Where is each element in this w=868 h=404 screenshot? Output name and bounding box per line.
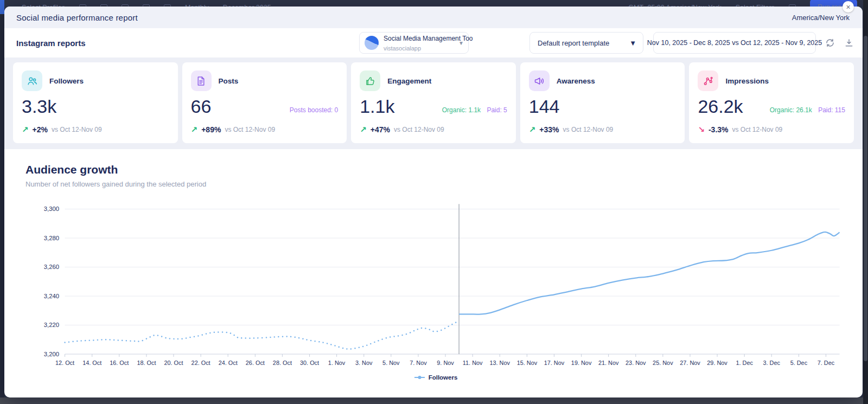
stat-card-label: Impressions xyxy=(725,77,769,85)
svg-text:5. Dec: 5. Dec xyxy=(790,359,808,365)
organic-label: Organic: 26.1k xyxy=(770,106,812,114)
svg-text:3,260: 3,260 xyxy=(44,264,59,270)
report-toolbar: Instagram reports Social Media Managemen… xyxy=(4,28,863,57)
trend-arrow-icon: ↗ xyxy=(360,125,367,134)
svg-text:17. Nov: 17. Nov xyxy=(544,359,565,365)
svg-text:3,280: 3,280 xyxy=(44,234,59,241)
svg-text:5. Nov: 5. Nov xyxy=(382,359,400,365)
svg-text:23. Nov: 23. Nov xyxy=(626,359,646,365)
svg-text:26. Oct: 26. Oct xyxy=(246,359,265,365)
stat-card-extras: Organic: 26.1k Paid: 115 xyxy=(770,106,845,117)
trend-arrow-icon: ↗ xyxy=(529,125,536,134)
section-title: Instagram reports xyxy=(16,39,86,48)
chevron-down-icon: ▼ xyxy=(458,40,464,46)
svg-text:7. Nov: 7. Nov xyxy=(410,359,427,365)
svg-text:18. Oct: 18. Oct xyxy=(137,359,156,365)
trend-arrow-icon: ↗ xyxy=(191,125,198,134)
stat-card-followers: Followers 3.3k ↗ +2% vs Oct 12-Nov 09 xyxy=(13,62,178,143)
trend-percent: -3.3% xyxy=(709,125,729,134)
svg-text:1. Nov: 1. Nov xyxy=(328,359,346,365)
stat-card-value: 26.2k xyxy=(698,97,743,117)
trend-percent: +33% xyxy=(539,125,559,134)
svg-text:7. Dec: 7. Dec xyxy=(818,359,835,365)
close-icon[interactable]: × xyxy=(843,1,854,12)
svg-text:3,240: 3,240 xyxy=(44,292,59,299)
legend-line-marker-icon xyxy=(414,375,425,380)
stat-card-label: Followers xyxy=(49,77,84,85)
report-modal: Social media performance report America/… xyxy=(4,7,863,397)
stat-card-posts: Posts 66 Posts boosted: 0 ↗ +89% vs Oct … xyxy=(182,62,347,143)
trend-versus: vs Oct 12-Nov 09 xyxy=(225,126,275,133)
trend-versus: vs Oct 12-Nov 09 xyxy=(732,126,783,133)
trend-versus: vs Oct 12-Nov 09 xyxy=(394,126,444,133)
stat-card-value: 66 xyxy=(191,97,212,117)
chart-legend[interactable]: Followers xyxy=(25,374,846,381)
background-left-edge xyxy=(0,0,4,404)
svg-text:3. Nov: 3. Nov xyxy=(355,359,373,365)
chart-subtitle: Number of net followers gained during th… xyxy=(25,180,846,188)
trend-percent: +2% xyxy=(33,125,48,134)
stat-card-value: 1.1k xyxy=(360,97,394,117)
stat-cards-row: Followers 3.3k ↗ +2% vs Oct 12-Nov 09 Po… xyxy=(4,57,863,149)
profile-selector[interactable]: Social Media Management Too vistasociala… xyxy=(359,32,469,54)
audience-growth-section: Audience growth Number of net followers … xyxy=(4,149,863,381)
svg-text:25. Nov: 25. Nov xyxy=(653,359,673,365)
organic-label: Organic: 1.1k xyxy=(442,106,481,114)
svg-text:3,200: 3,200 xyxy=(44,350,59,357)
paid-label: Paid: 115 xyxy=(818,106,845,114)
stat-card-label: Awareness xyxy=(557,77,595,85)
svg-text:27. Nov: 27. Nov xyxy=(680,359,700,365)
svg-text:3,220: 3,220 xyxy=(44,322,59,328)
refresh-icon[interactable] xyxy=(825,38,835,48)
svg-text:15. Nov: 15. Nov xyxy=(517,359,538,365)
profile-avatar xyxy=(365,36,379,50)
stat-card-label: Posts xyxy=(219,77,239,85)
svg-text:9. Nov: 9. Nov xyxy=(437,359,454,365)
svg-text:14. Oct: 14. Oct xyxy=(82,359,101,365)
date-range-picker[interactable]: Nov 10, 2025 - Dec 8, 2025 vs Oct 12, 20… xyxy=(653,32,816,54)
svg-text:29. Nov: 29. Nov xyxy=(707,359,727,365)
page-scrollbar-thumb[interactable] xyxy=(864,36,867,361)
svg-text:28. Oct: 28. Oct xyxy=(273,359,292,365)
svg-text:19. Nov: 19. Nov xyxy=(571,359,592,365)
audience-growth-chart: 3,3003,2803,2603,2403,2203,20012. Oct14.… xyxy=(25,200,846,370)
profile-handle: vistasocialapp xyxy=(384,45,421,52)
trend-arrow-icon: ↘ xyxy=(698,125,705,134)
svg-text:16. Oct: 16. Oct xyxy=(110,359,129,365)
followers-icon xyxy=(22,70,42,91)
trend-versus: vs Oct 12-Nov 09 xyxy=(563,126,614,133)
trend-percent: +89% xyxy=(201,125,221,134)
svg-text:12. Oct: 12. Oct xyxy=(55,359,74,365)
stat-card-awareness: Awareness 144 ↗ +33% vs Oct 12-Nov 09 xyxy=(520,62,685,143)
svg-text:1. Dec: 1. Dec xyxy=(736,359,753,365)
report-template-select[interactable]: Default report template ▼ xyxy=(529,32,643,54)
page-scrollbar[interactable] xyxy=(863,0,868,404)
timezone-label: America/New York xyxy=(792,14,850,22)
report-template-value: Default report template xyxy=(538,39,609,47)
download-icon[interactable] xyxy=(844,38,854,48)
svg-text:30. Oct: 30. Oct xyxy=(300,359,319,365)
svg-text:20. Oct: 20. Oct xyxy=(164,359,183,365)
chevron-down-icon: ▼ xyxy=(629,39,636,47)
svg-text:22. Oct: 22. Oct xyxy=(192,359,210,365)
posts-boosted-label: Posts boosted: 0 xyxy=(290,106,338,114)
awareness-icon xyxy=(529,70,550,91)
stat-card-value: 144 xyxy=(529,97,560,117)
engagement-icon xyxy=(360,70,380,91)
svg-text:13. Nov: 13. Nov xyxy=(489,359,510,365)
paid-label: Paid: 5 xyxy=(487,106,507,114)
impressions-icon xyxy=(698,70,718,91)
svg-text:24. Oct: 24. Oct xyxy=(219,359,238,365)
stat-card-value: 3.3k xyxy=(22,97,56,117)
svg-text:21. Nov: 21. Nov xyxy=(598,359,619,365)
chart-title: Audience growth xyxy=(25,163,846,176)
stat-card-impressions: Impressions 26.2k Organic: 26.1k Paid: 1… xyxy=(689,62,854,143)
stat-card-label: Engagement xyxy=(387,77,431,85)
date-range-value: Nov 10, 2025 - Dec 8, 2025 vs Oct 12, 20… xyxy=(647,39,822,47)
posts-icon xyxy=(191,70,212,91)
page-title: Social media performance report xyxy=(16,13,138,22)
stat-card-extras: Organic: 1.1k Paid: 5 xyxy=(442,106,507,117)
svg-text:3. Dec: 3. Dec xyxy=(763,359,781,365)
trend-percent: +47% xyxy=(371,125,390,134)
svg-text:11. Nov: 11. Nov xyxy=(463,359,483,365)
